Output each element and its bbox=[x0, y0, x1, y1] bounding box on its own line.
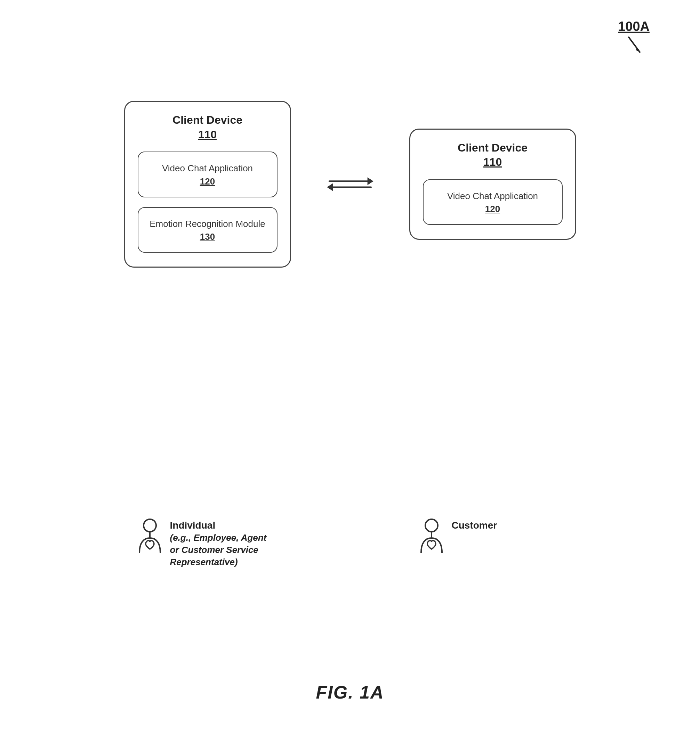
left-user-block: Individual (e.g., Employee, Agent or Cus… bbox=[114, 518, 301, 568]
right-client-device: Client Device 110 Video Chat Application… bbox=[409, 129, 576, 240]
right-user-block: Customer bbox=[399, 518, 587, 554]
svg-marker-3 bbox=[367, 177, 373, 185]
right-device-number: 110 bbox=[457, 155, 528, 170]
individual-sublabel-2: or Customer Service bbox=[170, 545, 267, 555]
double-arrow-icon bbox=[322, 174, 378, 195]
svg-marker-5 bbox=[327, 183, 333, 191]
left-video-chat-title: Video Chat Application bbox=[162, 163, 253, 173]
users-area: Individual (e.g., Employee, Agent or Cus… bbox=[0, 518, 700, 568]
diagram-area: Client Device 110 Video Chat Application… bbox=[0, 101, 700, 268]
individual-person-icon bbox=[135, 518, 165, 554]
individual-label: Individual bbox=[170, 520, 267, 531]
svg-point-6 bbox=[144, 519, 156, 532]
figure-reference-label: 100A bbox=[618, 19, 650, 56]
individual-sublabel-3: Representative) bbox=[170, 557, 267, 568]
left-device-title-text: Client Device bbox=[172, 114, 243, 126]
customer-person-icon bbox=[416, 518, 447, 554]
emotion-recognition-number: 130 bbox=[146, 232, 270, 242]
right-device-title: Client Device 110 bbox=[457, 141, 528, 170]
left-video-chat-module: Video Chat Application 120 bbox=[138, 151, 278, 197]
bidirectional-arrow bbox=[312, 174, 388, 195]
figure-caption-text: FIG. 1A bbox=[316, 682, 384, 702]
right-user-row: Customer bbox=[416, 518, 497, 554]
right-user-labels: Customer bbox=[452, 520, 497, 531]
reference-arrow-icon bbox=[625, 35, 643, 54]
right-video-chat-module: Video Chat Application 120 bbox=[423, 179, 563, 225]
svg-marker-1 bbox=[636, 48, 640, 52]
left-video-chat-number: 120 bbox=[146, 176, 270, 187]
left-user-labels: Individual (e.g., Employee, Agent or Cus… bbox=[170, 520, 267, 568]
customer-label: Customer bbox=[452, 520, 497, 531]
right-device-title-text: Client Device bbox=[457, 141, 528, 154]
left-client-device: Client Device 110 Video Chat Application… bbox=[124, 101, 291, 268]
individual-sublabel-1: (e.g., Employee, Agent bbox=[170, 533, 267, 543]
right-video-chat-title: Video Chat Application bbox=[447, 191, 538, 201]
left-device-number: 110 bbox=[172, 128, 243, 142]
emotion-recognition-module: Emotion Recognition Module 130 bbox=[138, 207, 278, 252]
right-video-chat-number: 120 bbox=[431, 204, 555, 214]
left-device-title: Client Device 110 bbox=[172, 113, 243, 142]
figure-reference-number: 100A bbox=[618, 19, 650, 34]
figure-caption: FIG. 1A bbox=[0, 682, 700, 703]
svg-point-8 bbox=[425, 519, 438, 532]
emotion-recognition-title: Emotion Recognition Module bbox=[150, 219, 265, 229]
left-user-row: Individual (e.g., Employee, Agent or Cus… bbox=[135, 518, 267, 568]
